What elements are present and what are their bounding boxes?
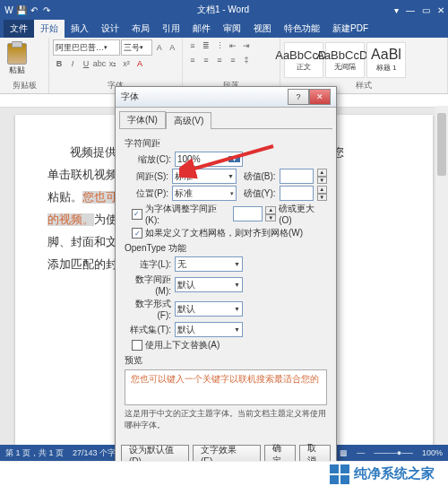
tab-home[interactable]: 开始 <box>34 20 65 38</box>
spacing-amount-input[interactable] <box>280 169 314 184</box>
justify-icon[interactable]: ≡ <box>227 54 239 66</box>
zoom-slider[interactable]: ────●── <box>374 448 413 457</box>
indent-dec-icon[interactable]: ⇤ <box>227 39 239 52</box>
font-size-select[interactable]: 三号▾ <box>121 39 152 56</box>
style-nospacing[interactable]: AaBbCcDc无间隔 <box>325 42 365 78</box>
minimize-button[interactable]: — <box>406 5 415 15</box>
section-preview-label: 预览 <box>125 354 327 367</box>
dialog-help-button[interactable]: ? <box>288 89 309 105</box>
tab-design[interactable]: 设计 <box>95 20 125 38</box>
position-select[interactable]: 标准▾ <box>172 186 237 201</box>
zoom-value[interactable]: 100% <box>422 448 443 457</box>
snap-grid-checkbox[interactable]: ✓如果定义了文档网格，则对齐到网格(W) <box>132 227 327 239</box>
align-left-icon[interactable]: ≡ <box>186 54 199 66</box>
section-opentype-label: OpenType 功能 <box>125 242 327 255</box>
document-title: 文档1 - Word <box>52 4 394 16</box>
num-spacing-select[interactable]: 默认▼ <box>175 277 243 292</box>
italic-button[interactable]: I <box>66 57 79 70</box>
paste-label: 粘贴 <box>9 65 25 76</box>
font-dialog: 字体 ? ✕ 字体(N) 高级(V) 字符间距 缩放(C): 100%▼ 间距(… <box>115 86 337 471</box>
position-amount-input[interactable] <box>280 186 314 201</box>
ligatures-label: 连字(L): <box>125 258 171 271</box>
context-checkbox[interactable]: 使用上下文替换(A) <box>132 339 327 351</box>
word-icon: W <box>4 4 14 15</box>
num-forms-label: 数字形式(F): <box>125 298 171 320</box>
paste-button[interactable]: 粘贴 <box>4 43 30 77</box>
position-amount-label: 磅值(Y): <box>240 187 276 200</box>
subscript-button[interactable]: x₂ <box>107 57 119 70</box>
scale-select[interactable]: 100%▼ <box>175 152 243 167</box>
tab-references[interactable]: 引用 <box>156 20 186 38</box>
line-spacing-icon[interactable]: ‡ <box>240 54 253 66</box>
highlighted-text: 您也可 <box>82 191 117 204</box>
tab-file[interactable]: 文件 <box>4 20 34 38</box>
spacing-label: 间距(S): <box>125 170 168 183</box>
doc-text: 视频提供 <box>70 146 116 159</box>
font-color-button[interactable]: A <box>134 57 146 70</box>
style-heading1[interactable]: AaBl标题 1 <box>366 42 406 78</box>
underline-button[interactable]: U <box>80 57 92 70</box>
group-clipboard-label: 剪贴板 <box>4 80 45 91</box>
dialog-tab-advanced[interactable]: 高级(V) <box>166 112 211 129</box>
section-spacing-label: 字符间距 <box>125 137 327 150</box>
tab-insert[interactable]: 插入 <box>65 20 95 38</box>
close-button[interactable]: ✕ <box>437 5 444 15</box>
align-right-icon[interactable]: ≡ <box>213 54 226 66</box>
position-label: 位置(P): <box>125 187 168 200</box>
numbering-icon[interactable]: ≣ <box>200 39 212 52</box>
font-name-select[interactable]: 阿里巴巴普…▾ <box>53 39 120 56</box>
grow-font-icon[interactable]: A <box>153 41 165 54</box>
scrollbar-thumb[interactable] <box>437 113 446 176</box>
shrink-font-icon[interactable]: A <box>167 41 178 54</box>
dialog-title: 字体 <box>121 91 139 103</box>
watermark-text: 纯净系统之家 <box>354 465 435 482</box>
bold-button[interactable]: B <box>53 57 65 70</box>
style-sets-label: 样式集(T): <box>125 324 171 336</box>
tab-review[interactable]: 审阅 <box>217 20 247 38</box>
preview-box: 您也可以键入一个关键字以联机搜索最适合您的 <box>125 369 327 405</box>
title-bar: W 💾 ↶ ↷ 文档1 - Word ▾ — ▭ ✕ <box>0 0 448 20</box>
status-words[interactable]: 27/143 个字 <box>73 447 116 459</box>
indent-inc-icon[interactable]: ⇥ <box>240 39 253 52</box>
status-page[interactable]: 第 1 页，共 1 页 <box>5 447 64 459</box>
tab-special[interactable]: 特色功能 <box>278 20 326 38</box>
tab-view[interactable]: 视图 <box>247 20 278 38</box>
watermark-logo-icon <box>330 464 349 484</box>
bullets-icon[interactable]: ≡ <box>186 39 199 52</box>
position-spinner[interactable]: ▲▼ <box>317 186 327 201</box>
spacing-select[interactable]: 标准▼ <box>172 169 237 184</box>
num-forms-select[interactable]: 默认▼ <box>175 301 243 317</box>
restore-button[interactable]: ▭ <box>422 5 430 15</box>
undo-icon[interactable]: ↶ <box>29 4 39 15</box>
ribbon-tabs: 文件 开始 插入 设计 布局 引用 邮件 审阅 视图 特色功能 新建PDF <box>0 20 448 38</box>
dialog-close-button[interactable]: ✕ <box>309 89 331 105</box>
ligatures-select[interactable]: 无▼ <box>175 256 243 272</box>
align-center-icon[interactable]: ≡ <box>200 54 212 66</box>
kerning-value[interactable] <box>233 206 263 221</box>
multilevel-icon[interactable]: ⋮ <box>213 39 226 52</box>
preview-note: 这是用于中文的正文主题字体。当前文档主题定义将使用哪种字体。 <box>125 408 327 431</box>
tab-pdf[interactable]: 新建PDF <box>326 20 375 38</box>
view-web-icon[interactable]: ▩ <box>340 448 348 457</box>
superscript-button[interactable]: x² <box>120 57 133 70</box>
tab-layout[interactable]: 布局 <box>125 20 156 38</box>
style-sets-select[interactable]: 默认▼ <box>175 322 243 337</box>
scale-label: 缩放(C): <box>125 153 171 166</box>
dialog-tab-font[interactable]: 字体(N) <box>119 111 166 128</box>
strike-button[interactable]: abc <box>93 57 106 70</box>
dialog-titlebar[interactable]: 字体 ? ✕ <box>116 87 336 108</box>
kerning-checkbox[interactable]: ✓为字体调整字间距(K):▲▼磅或更大(O) <box>132 203 327 225</box>
num-spacing-label: 数字间距(M): <box>125 273 171 296</box>
spacing-spinner[interactable]: ▲▼ <box>317 169 327 184</box>
redo-icon[interactable]: ↷ <box>41 4 52 15</box>
tab-mailings[interactable]: 邮件 <box>186 20 217 38</box>
save-icon[interactable]: 💾 <box>16 4 27 15</box>
ribbon-options-icon[interactable]: ▾ <box>394 5 399 15</box>
spacing-amount-label: 磅值(B): <box>240 170 276 183</box>
vertical-scrollbar[interactable] <box>435 106 448 445</box>
watermark: 纯净系统之家 <box>0 461 444 486</box>
